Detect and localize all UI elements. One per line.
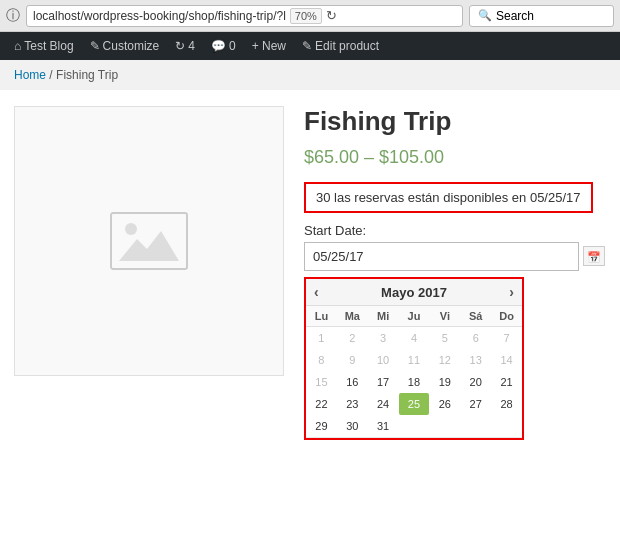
- updates-icon: ↻: [175, 39, 185, 53]
- day-header-sa: Sá: [460, 306, 491, 327]
- calendar-next-button[interactable]: ›: [509, 284, 514, 300]
- day-cell-empty: [491, 415, 522, 437]
- calendar-prev-button[interactable]: ‹: [314, 284, 319, 300]
- browser-search-bar[interactable]: 🔍 Search: [469, 5, 614, 27]
- calendar-trigger[interactable]: 📅: [583, 246, 605, 266]
- day-cell: 15: [306, 371, 337, 393]
- page-content: Fishing Trip $65.00 – $105.00 30 las res…: [0, 90, 620, 540]
- start-date-label: Start Date:: [304, 223, 606, 238]
- admin-edit-product[interactable]: ✎ Edit product: [294, 32, 387, 60]
- customize-label: Customize: [103, 39, 160, 53]
- start-date-input[interactable]: [304, 242, 579, 271]
- day-cell: 9: [337, 349, 368, 371]
- url-text: localhost/wordpress-booking/shop/fishing…: [33, 9, 286, 23]
- day-cell[interactable]: 20: [460, 371, 491, 393]
- day-cell: 14: [491, 349, 522, 371]
- breadcrumb-home[interactable]: Home: [14, 68, 46, 82]
- svg-point-2: [125, 223, 137, 235]
- comments-count: 0: [229, 39, 236, 53]
- day-cell[interactable]: 30: [337, 415, 368, 437]
- updates-count: 4: [188, 39, 195, 53]
- day-cell[interactable]: 22: [306, 393, 337, 415]
- day-cell[interactable]: 29: [306, 415, 337, 437]
- day-header-do: Do: [491, 306, 522, 327]
- calendar-month-year: Mayo 2017: [381, 285, 447, 300]
- admin-bar: ⌂ Test Blog ✎ Customize ↻ 4 💬 0 + New ✎ …: [0, 32, 620, 60]
- image-placeholder-icon: [109, 211, 189, 271]
- day-cell[interactable]: 26: [429, 393, 460, 415]
- breadcrumb: Home / Fishing Trip: [0, 60, 620, 90]
- day-cell: 12: [429, 349, 460, 371]
- edit-product-label: Edit product: [315, 39, 379, 53]
- svg-marker-1: [119, 231, 179, 261]
- zoom-badge: 70%: [290, 8, 322, 24]
- product-image: [14, 106, 284, 376]
- day-header-vi: Vi: [429, 306, 460, 327]
- admin-test-blog[interactable]: ⌂ Test Blog: [6, 32, 82, 60]
- day-cell[interactable]: 16: [337, 371, 368, 393]
- day-cell: 5: [429, 327, 460, 349]
- breadcrumb-separator: /: [49, 68, 52, 82]
- calendar: ‹ Mayo 2017 › Lu Ma Mi Ju Vi Sá Do 1 2 3…: [304, 277, 524, 440]
- day-cell-empty: [460, 415, 491, 437]
- day-cell[interactable]: 23: [337, 393, 368, 415]
- product-info: Fishing Trip $65.00 – $105.00 30 las res…: [304, 106, 606, 524]
- day-cell: 1: [306, 327, 337, 349]
- calendar-header: ‹ Mayo 2017 ›: [306, 279, 522, 306]
- day-header-lu: Lu: [306, 306, 337, 327]
- admin-customize[interactable]: ✎ Customize: [82, 32, 168, 60]
- admin-new[interactable]: + New: [244, 32, 294, 60]
- day-cell[interactable]: 21: [491, 371, 522, 393]
- breadcrumb-current: Fishing Trip: [56, 68, 118, 82]
- test-blog-label: Test Blog: [24, 39, 73, 53]
- comments-icon: 💬: [211, 39, 226, 53]
- day-cell[interactable]: 24: [368, 393, 399, 415]
- day-cell: 3: [368, 327, 399, 349]
- day-cell: 6: [460, 327, 491, 349]
- day-cell: 8: [306, 349, 337, 371]
- product-title: Fishing Trip: [304, 106, 606, 137]
- search-icon: 🔍: [478, 9, 492, 22]
- day-cell[interactable]: 28: [491, 393, 522, 415]
- day-cell[interactable]: 17: [368, 371, 399, 393]
- availability-box: 30 las reservas están disponibles en 05/…: [304, 182, 593, 213]
- day-cell: 13: [460, 349, 491, 371]
- day-cell-selected[interactable]: 25: [399, 393, 430, 415]
- day-cell: 2: [337, 327, 368, 349]
- day-cell: 4: [399, 327, 430, 349]
- new-label: + New: [252, 39, 286, 53]
- day-cell[interactable]: 31: [368, 415, 399, 437]
- day-cell[interactable]: 18: [399, 371, 430, 393]
- edit-icon: ✎: [302, 39, 312, 53]
- home-icon: ⌂: [14, 39, 21, 53]
- day-cell-empty: [429, 415, 460, 437]
- info-icon: ⓘ: [6, 7, 20, 25]
- day-cell-empty: [399, 415, 430, 437]
- admin-updates[interactable]: ↻ 4: [167, 32, 203, 60]
- day-header-mi: Mi: [368, 306, 399, 327]
- search-label: Search: [496, 9, 534, 23]
- browser-bar: ⓘ localhost/wordpress-booking/shop/fishi…: [0, 0, 620, 32]
- day-cell: 11: [399, 349, 430, 371]
- day-cell: 7: [491, 327, 522, 349]
- url-bar[interactable]: localhost/wordpress-booking/shop/fishing…: [26, 5, 463, 27]
- day-cell[interactable]: 27: [460, 393, 491, 415]
- day-cell[interactable]: 19: [429, 371, 460, 393]
- day-cell: 10: [368, 349, 399, 371]
- day-header-ma: Ma: [337, 306, 368, 327]
- reload-button[interactable]: ↻: [326, 8, 337, 23]
- availability-text: 30 las reservas están disponibles en 05/…: [316, 190, 581, 205]
- day-header-ju: Ju: [399, 306, 430, 327]
- product-price: $65.00 – $105.00: [304, 147, 606, 168]
- admin-comments[interactable]: 💬 0: [203, 32, 244, 60]
- pencil-icon: ✎: [90, 39, 100, 53]
- calendar-grid: Lu Ma Mi Ju Vi Sá Do 1 2 3 4 5 6 7 8 9 1…: [306, 306, 522, 438]
